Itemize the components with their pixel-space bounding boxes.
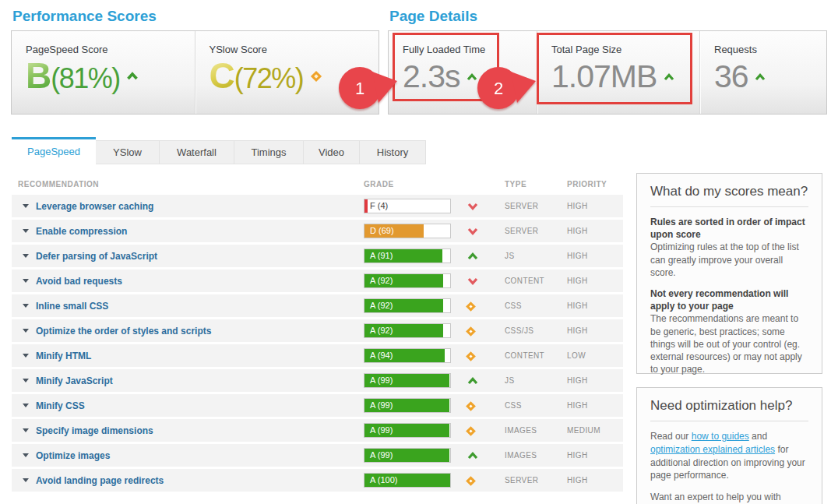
table-row: Defer parsing of JavaScriptA (91)JSHIGH <box>12 245 623 267</box>
grade-label: A (92) <box>370 274 393 287</box>
grade-label: A (99) <box>370 399 393 412</box>
pagespeed-grade-letter: B <box>26 55 51 96</box>
recommendation-link[interactable]: Minify HTML <box>36 351 91 361</box>
scores-meaning-title: What do my scores mean? <box>650 184 808 207</box>
table-header-row: RECOMMENDATION GRADE TYPE PRIORITY <box>12 173 623 195</box>
table-row: Inline small CSSA (92)CSSHIGH <box>12 294 623 317</box>
grade-cell: A (92) <box>364 298 460 313</box>
grade-cell: A (99) <box>364 448 460 463</box>
expand-caret-icon[interactable] <box>23 453 29 457</box>
recommendation-link[interactable]: Minify JavaScript <box>36 375 113 386</box>
grade-bar: A (99) <box>364 398 451 413</box>
recommendation-cell: Enable compression <box>12 226 364 237</box>
change-cell <box>460 474 505 488</box>
trend-up-icon <box>467 374 478 387</box>
report-tabs: PageSpeedYSlowWaterfallTimingsVideoHisto… <box>12 137 426 164</box>
recommendation-link[interactable]: Optimize images <box>36 450 110 461</box>
grade-label: A (92) <box>370 299 393 312</box>
tab-timings[interactable]: Timings <box>234 140 304 164</box>
grade-cell: A (99) <box>364 423 460 438</box>
recommendation-link[interactable]: Leverage browser caching <box>36 201 153 212</box>
tab-pagespeed[interactable]: PageSpeed <box>12 137 96 164</box>
optimization-help-title: Need optimization help? <box>650 398 808 421</box>
grade-label: F (4) <box>370 199 388 213</box>
expand-caret-icon[interactable] <box>23 478 29 482</box>
grade-bar: A (99) <box>364 373 451 388</box>
table-row: Leverage browser cachingF (4)SERVERHIGH <box>12 195 623 217</box>
recommendation-link[interactable]: Defer parsing of JavaScript <box>36 251 157 262</box>
page-details-title: Page Details <box>389 8 477 25</box>
priority-cell: HIGH <box>567 476 623 485</box>
recommendation-link[interactable]: Specify image dimensions <box>36 425 153 436</box>
type-cell: CSS <box>505 301 567 310</box>
expand-caret-icon[interactable] <box>23 354 29 358</box>
scores-meaning-head-1: Rules are sorted in order of impact upon… <box>650 216 808 241</box>
recommendation-link[interactable]: Inline small CSS <box>36 301 108 312</box>
change-cell <box>460 374 505 388</box>
recommendation-link[interactable]: Minify CSS <box>36 400 85 411</box>
priority-cell: HIGH <box>567 202 623 210</box>
table-row: Avoid bad requestsA (92)CONTENTHIGH <box>12 270 623 292</box>
annotation-marker-2: 2 <box>477 65 537 111</box>
recommendation-cell: Optimize images <box>12 450 364 461</box>
requests-value: 36 <box>714 58 748 94</box>
priority-cell: MEDIUM <box>567 426 623 435</box>
grade-cell: D (69) <box>364 224 460 238</box>
recommendation-cell: Inline small CSS <box>12 301 364 312</box>
sidebar-link-optimization-explained-articles[interactable]: optimization explained articles <box>650 444 775 455</box>
expand-caret-icon[interactable] <box>23 428 29 432</box>
recommendation-cell: Leverage browser caching <box>12 201 364 212</box>
grade-cell: A (99) <box>364 373 460 388</box>
type-cell: SERVER <box>505 476 567 485</box>
expand-caret-icon[interactable] <box>23 254 29 258</box>
table-body: Leverage browser cachingF (4)SERVERHIGHE… <box>12 195 623 492</box>
grade-bar: A (94) <box>364 348 451 363</box>
type-cell: IMAGES <box>505 426 567 435</box>
tab-yslow[interactable]: YSlow <box>96 140 160 164</box>
expand-caret-icon[interactable] <box>23 304 29 308</box>
expand-caret-icon[interactable] <box>23 204 29 208</box>
optimization-help-body: Read our how to guides and optimization … <box>650 430 808 504</box>
gtmetrix-report-page: Performance Scores Page Details PageSpee… <box>0 0 831 504</box>
type-cell: IMAGES <box>505 451 567 460</box>
recommendation-link[interactable]: Enable compression <box>36 226 127 237</box>
annotation-marker-1: 1 <box>338 65 399 111</box>
type-cell: JS <box>505 252 567 260</box>
table-row: Minify CSSA (99)CSSHIGH <box>12 394 623 417</box>
change-cell <box>460 424 505 438</box>
trend-neutral-diamond-icon <box>466 351 476 361</box>
expand-caret-icon[interactable] <box>23 379 29 382</box>
yslow-grade-percent: (72%) <box>234 62 304 94</box>
table-row: Minify JavaScriptA (99)JSHIGH <box>12 369 623 392</box>
trend-up-icon <box>467 449 478 462</box>
recommendation-link[interactable]: Avoid bad requests <box>36 276 122 287</box>
recommendation-link[interactable]: Optimize the order of styles and scripts <box>36 326 211 337</box>
priority-cell: HIGH <box>567 376 623 385</box>
type-cell: SERVER <box>505 202 567 210</box>
expand-caret-icon[interactable] <box>23 329 29 333</box>
grade-label: A (99) <box>370 449 393 462</box>
requests-card: Requests 36 <box>700 31 826 114</box>
type-cell: CONTENT <box>505 351 567 360</box>
recommendation-link[interactable]: Avoid landing page redirects <box>36 475 164 486</box>
grade-cell: A (91) <box>364 248 460 263</box>
trend-up-icon <box>467 249 478 263</box>
grade-cell: A (100) <box>364 473 460 488</box>
priority-cell: HIGH <box>567 326 623 335</box>
grade-cell: F (4) <box>364 199 460 213</box>
trend-up-icon <box>126 72 139 80</box>
recommendation-cell: Avoid bad requests <box>12 276 364 287</box>
recommendation-cell: Minify HTML <box>12 351 364 361</box>
grade-bar: A (92) <box>364 298 451 313</box>
table-row: Avoid landing page redirectsA (100)SERVE… <box>12 469 623 492</box>
tab-history[interactable]: History <box>360 140 426 164</box>
expand-caret-icon[interactable] <box>23 229 29 233</box>
sidebar-link-how-to-guides[interactable]: how to guides <box>692 431 749 442</box>
optimization-help-box: Need optimization help? Read our how to … <box>636 387 822 504</box>
expand-caret-icon[interactable] <box>23 279 29 283</box>
grade-bar: A (99) <box>364 423 451 438</box>
table-row: Enable compressionD (69)SERVERHIGH <box>12 220 623 242</box>
tab-video[interactable]: Video <box>304 140 360 164</box>
tab-waterfall[interactable]: Waterfall <box>160 140 234 164</box>
expand-caret-icon[interactable] <box>23 404 29 407</box>
